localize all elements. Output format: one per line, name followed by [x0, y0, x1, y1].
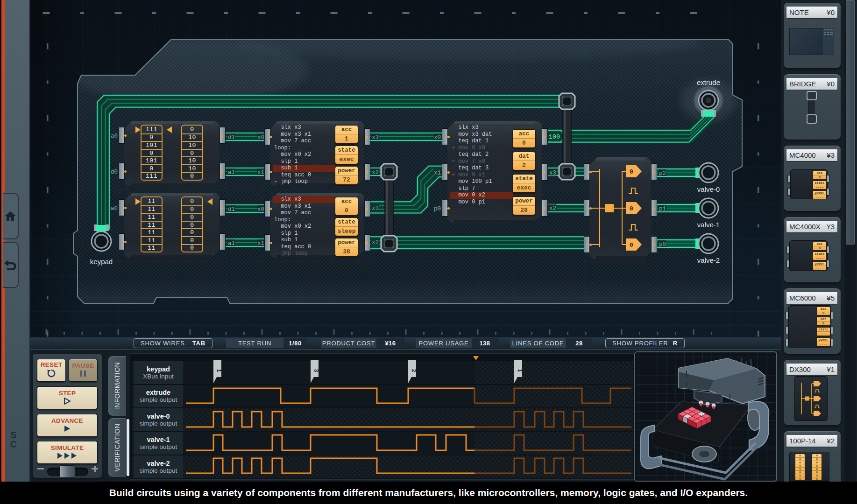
svg-text:1: 1 — [517, 369, 523, 372]
svg-text:1: 1 — [216, 369, 222, 372]
svg-text:2: 2 — [411, 369, 417, 372]
svg-text:3: 3 — [313, 369, 319, 372]
